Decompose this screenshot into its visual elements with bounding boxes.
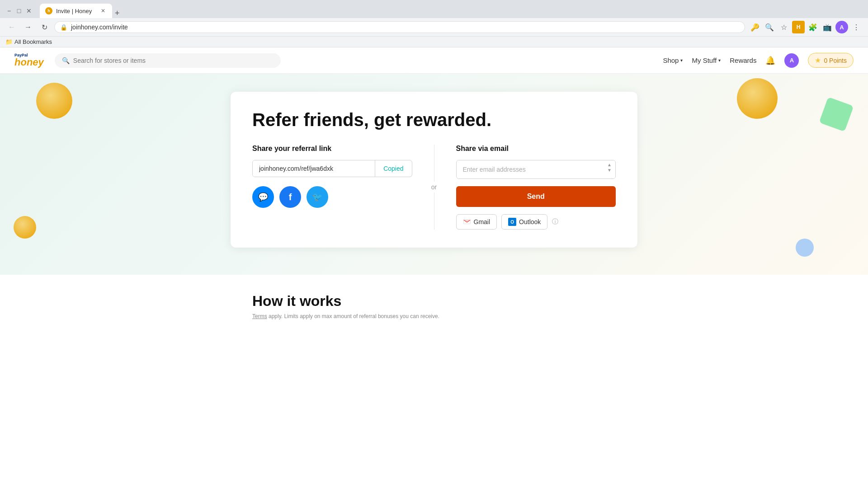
shop-link[interactable]: Shop ▾ <box>663 56 683 64</box>
reload-button[interactable]: ↻ <box>38 21 51 33</box>
email-scroll-up-button[interactable]: ▲ <box>607 162 612 168</box>
twitter-icon: 🐦 <box>312 192 322 202</box>
deco-rect <box>819 97 854 132</box>
bookmarks-label[interactable]: All Bookmarks <box>14 38 52 45</box>
outlook-button[interactable]: O Outlook <box>501 214 547 230</box>
browser-chrome: − □ ✕ h Invite | Honey ✕ + ← → ↻ 🔒 joinh… <box>0 0 868 47</box>
email-input-wrapper: ▲ ▼ <box>456 160 616 179</box>
url-display: joinhoney.com/invite <box>71 23 739 31</box>
outlook-label: Outlook <box>519 218 541 225</box>
email-scroll-buttons: ▲ ▼ <box>607 162 612 173</box>
messenger-share-button[interactable]: 💬 <box>252 186 274 208</box>
deco-circle <box>796 239 814 257</box>
terms-note-text: apply. Limits apply on max amount of ref… <box>269 313 439 319</box>
share-link-title: Share your referral link <box>252 145 412 153</box>
lock-icon: 🔒 <box>60 24 67 31</box>
address-bar-row: ← → ↻ 🔒 joinhoney.com/invite 🔑 🔍 ☆ H 🧩 📺… <box>0 18 868 36</box>
facebook-icon: f <box>289 192 292 202</box>
extensions-icon[interactable]: 🧩 <box>807 21 819 33</box>
terms-note: Terms apply. Limits apply on max amount … <box>252 313 616 319</box>
points-label: 0 Points <box>824 57 847 64</box>
honey-logo[interactable]: PayPal honey <box>14 53 44 67</box>
bookmarks-bar: 📁 All Bookmarks <box>0 36 868 47</box>
share-email-section: Share via email ▲ ▼ Send <box>434 145 616 230</box>
mystuff-chevron-icon: ▾ <box>718 58 721 63</box>
menu-icon[interactable]: ⋮ <box>850 21 863 33</box>
messenger-icon: 💬 <box>258 192 268 202</box>
nav-actions: Shop ▾ My Stuff ▾ Rewards 🔔 A ★ 0 Points <box>663 53 854 68</box>
honey-label: honey <box>14 57 44 67</box>
email-options: Gmail O Outlook ⓘ <box>456 214 616 230</box>
referral-link-row: Copied <box>252 160 412 177</box>
search-input[interactable] <box>73 57 274 64</box>
referral-card: Refer friends, get rewarded. Share your … <box>231 92 637 248</box>
coin-decoration-3 <box>737 78 778 119</box>
email-scroll-down-button[interactable]: ▼ <box>607 168 612 173</box>
email-input[interactable] <box>457 160 616 178</box>
page-wrapper: PayPal honey 🔍 Shop ▾ My Stuff ▾ Rewards… <box>0 47 868 400</box>
rewards-link[interactable]: Rewards <box>730 56 756 64</box>
facebook-share-button[interactable]: f <box>279 186 301 208</box>
honey-navbar: PayPal honey 🔍 Shop ▾ My Stuff ▾ Rewards… <box>0 47 868 74</box>
info-icon[interactable]: ⓘ <box>552 218 558 226</box>
new-tab-button[interactable]: + <box>115 9 120 18</box>
notification-bell-button[interactable]: 🔔 <box>765 56 775 66</box>
copy-button[interactable]: Copied <box>375 160 411 177</box>
bookmarks-folder-icon: 📁 <box>5 38 13 45</box>
share-email-title: Share via email <box>456 145 616 153</box>
tab-bar: h Invite | Honey ✕ + <box>40 4 863 18</box>
window-controls: − □ ✕ <box>5 7 33 14</box>
referral-url-input[interactable] <box>253 160 375 177</box>
close-button[interactable]: ✕ <box>25 7 33 14</box>
gmail-button[interactable]: Gmail <box>456 214 497 230</box>
tab-favicon: h <box>45 7 52 14</box>
search-icon: 🔍 <box>62 57 70 64</box>
coin-decoration-1 <box>36 83 72 119</box>
outlook-icon: O <box>508 218 516 226</box>
send-button[interactable]: Send <box>456 186 616 207</box>
gmail-icon <box>463 218 471 226</box>
coin-decoration-2 <box>14 216 36 239</box>
points-star-icon: ★ <box>815 56 821 65</box>
back-button[interactable]: ← <box>5 21 18 33</box>
title-bar: − □ ✕ h Invite | Honey ✕ + <box>0 0 868 18</box>
mystuff-link[interactable]: My Stuff ▾ <box>692 56 721 64</box>
card-title: Refer friends, get rewarded. <box>252 110 616 130</box>
social-icons: 💬 f 🐦 <box>252 186 412 208</box>
extension-honey-icon[interactable]: H <box>792 21 805 33</box>
terms-link[interactable]: Terms <box>252 313 267 319</box>
minimize-button[interactable]: − <box>5 7 13 14</box>
tab-close-button[interactable]: ✕ <box>99 7 107 14</box>
page-hero: Refer friends, get rewarded. Share your … <box>0 74 868 275</box>
browser-actions: 🔑 🔍 ☆ H 🧩 📺 A ⋮ <box>749 21 863 33</box>
user-avatar-button[interactable]: A <box>784 53 799 68</box>
search-bar[interactable]: 🔍 <box>55 53 281 68</box>
shop-chevron-icon: ▾ <box>680 58 683 63</box>
how-it-works-section: How it works Terms apply. Limits apply o… <box>231 275 637 328</box>
maximize-button[interactable]: □ <box>15 7 23 14</box>
twitter-share-button[interactable]: 🐦 <box>307 186 328 208</box>
share-link-section: Share your referral link Copied 💬 f <box>252 145 434 230</box>
forward-button[interactable]: → <box>22 21 34 33</box>
active-tab[interactable]: h Invite | Honey ✕ <box>40 4 112 18</box>
profile-button[interactable]: A <box>835 21 848 33</box>
or-divider: or <box>429 182 439 192</box>
star-icon[interactable]: ☆ <box>778 21 790 33</box>
address-bar[interactable]: 🔒 joinhoney.com/invite <box>54 21 745 33</box>
how-title: How it works <box>252 293 616 310</box>
key-icon[interactable]: 🔑 <box>749 21 761 33</box>
gmail-label: Gmail <box>474 218 491 225</box>
tab-label: Invite | Honey <box>56 8 96 14</box>
cast-icon[interactable]: 📺 <box>821 21 834 33</box>
share-sections-wrapper: Share your referral link Copied 💬 f <box>252 145 616 230</box>
zoom-icon[interactable]: 🔍 <box>763 21 776 33</box>
points-button[interactable]: ★ 0 Points <box>808 53 854 68</box>
